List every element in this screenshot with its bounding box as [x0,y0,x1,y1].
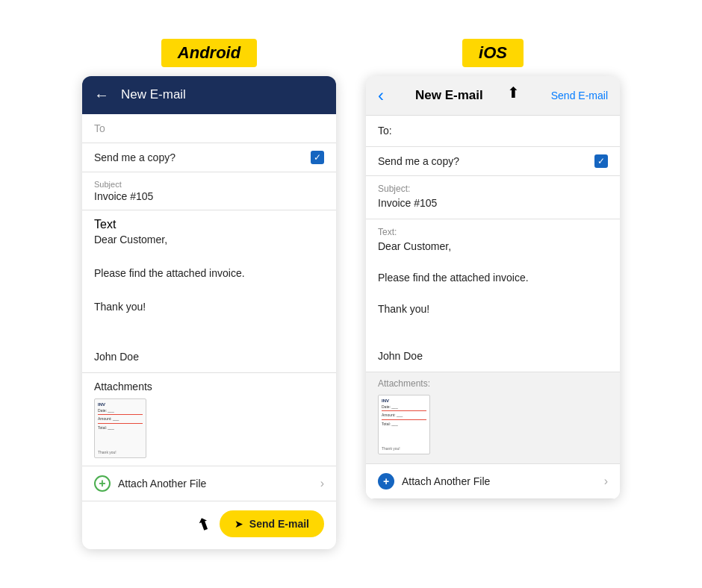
android-text-field[interactable]: Text Dear Customer, Please find the atta… [82,210,336,373]
android-to-input[interactable]: To [94,122,105,134]
android-subject-field[interactable]: Subject Invoice #105 [82,172,336,210]
android-to-field[interactable]: To [82,114,336,143]
android-attachment-thumbnail[interactable]: INV Date: ___ Amount: ___ Total: ___ Tha… [94,398,146,458]
ios-attachment-preview: INV Date: ___ Amount: ___ Total: ___ [379,395,429,429]
ios-subject-value: Invoice #105 [378,196,608,211]
ios-attach-another-row[interactable]: + Attach Another File › [366,464,620,499]
android-subject-value: Invoice #105 [94,190,324,202]
android-attach-left: + Attach Another File [94,475,206,492]
android-cursor-icon: ⬆ [194,513,214,537]
ios-attach-chevron: › [604,475,608,488]
android-copy-checkbox[interactable]: ✓ [311,151,324,164]
android-attachments-label: Attachments [94,381,324,392]
ios-copy-label: Send me a copy? [378,155,459,167]
android-text-value: Dear Customer, Please find the attached … [94,231,324,365]
ios-attachments-section: Attachments: INV Date: ___ Amount: ___ T… [366,372,620,464]
android-attach-label: Attach Another File [118,478,206,490]
android-text-label: Text [94,218,324,231]
android-back-button[interactable]: ← [94,87,109,104]
android-copy-row[interactable]: Send me a copy? ✓ [82,143,336,172]
android-plus-icon: + [94,475,111,492]
android-copy-label: Send me a copy? [94,151,176,163]
ios-attachment-thumbnail[interactable]: INV Date: ___ Amount: ___ Total: ___ Tha… [378,395,430,454]
ios-phone-mockup: ‹ New E-mail ⬆ Send E-mail To: Send me a… [366,76,620,499]
ios-attach-label: Attach Another File [402,475,490,487]
ios-to-label: To: [378,125,392,137]
ios-text-label: Text: [378,227,608,237]
ios-copy-row[interactable]: Send me a copy? ✓ [366,147,620,176]
ios-back-button[interactable]: ‹ [378,85,384,106]
android-section: Android ← New E-mail To Send me a copy? … [82,39,336,549]
ios-copy-checkbox[interactable]: ✓ [594,154,608,168]
ios-text-field[interactable]: Text: Dear Customer, Please find the att… [366,219,620,372]
ios-header: ‹ New E-mail ⬆ Send E-mail [366,76,620,116]
android-badge: Android [161,39,257,67]
ios-subject-field[interactable]: Subject: Invoice #105 [366,176,620,219]
ios-cursor-icon: ⬆ [507,84,520,101]
ios-subject-label: Subject: [378,184,608,194]
android-send-arrow-icon: ➤ [234,518,243,530]
android-attach-another-row[interactable]: + Attach Another File › [82,466,336,501]
android-send-label: Send E-mail [249,518,309,530]
ios-attach-left: + Attach Another File [378,473,490,490]
android-subject-label: Subject [94,180,324,189]
ios-email-body: To: Send me a copy? ✓ Subject: Invoice #… [366,116,620,499]
ios-section: iOS ‹ New E-mail ⬆ Send E-mail To: [366,39,620,499]
ios-to-field[interactable]: To: [366,116,620,147]
android-send-button[interactable]: ➤ Send E-mail [220,510,324,537]
android-attach-chevron: › [320,477,324,490]
ios-attachments-label: Attachments: [378,378,608,389]
ios-title: New E-mail [415,88,483,103]
android-header: ← New E-mail [82,76,336,114]
android-title: New E-mail [121,87,186,102]
ios-plus-icon: + [378,473,394,490]
android-phone-mockup: ← New E-mail To Send me a copy? ✓ [82,76,336,549]
android-footer: ⬆ ➤ Send E-mail [82,501,336,549]
main-container: Android ← New E-mail To Send me a copy? … [15,39,687,549]
ios-text-value: Dear Customer, Please find the attached … [378,239,608,364]
android-email-body: To Send me a copy? ✓ Subject Invoice #10… [82,114,336,501]
ios-send-header-button[interactable]: Send E-mail [551,90,608,101]
android-attachments-section: Attachments INV Date: ___ Amount: ___ To… [82,373,336,466]
android-attachment-preview: INV Date: ___ Amount: ___ Total: ___ [95,399,146,433]
ios-badge: iOS [462,39,524,67]
